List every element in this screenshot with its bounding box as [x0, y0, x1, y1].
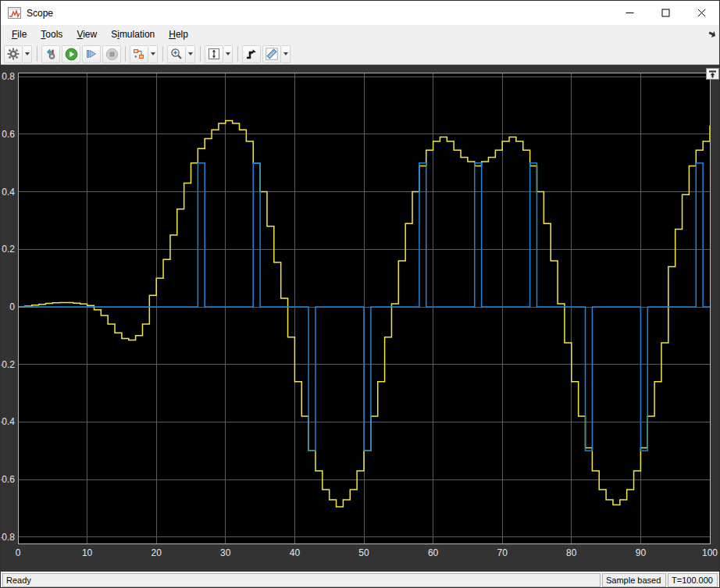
y-tick-label: -0.4: [1, 416, 15, 427]
menu-tools[interactable]: Tools: [34, 26, 70, 43]
step-forward-icon: [85, 48, 98, 60]
zoom-in-icon: [170, 48, 183, 60]
autoscale-dropdown[interactable]: [224, 45, 233, 63]
x-tick-label: 70: [497, 547, 508, 558]
scope-canvas: 01020304050607080901000.80.60.40.20-0.2-…: [1, 65, 720, 572]
scope-window: Scope FileToolsViewSimulationHelp: [0, 0, 720, 588]
y-tick-label: 0.4: [2, 187, 15, 198]
titlebar: Scope: [1, 1, 719, 25]
menu-file[interactable]: File: [5, 26, 34, 43]
menu-view[interactable]: View: [70, 26, 104, 43]
menu-help[interactable]: Help: [162, 26, 195, 43]
window-title: Scope: [27, 8, 53, 19]
y-tick-label: 0.2: [2, 244, 15, 255]
chevron-down-icon: [283, 52, 288, 55]
measurements-button[interactable]: [262, 45, 281, 63]
measurements-dropdown[interactable]: [282, 45, 290, 63]
x-tick-label: 100: [702, 547, 718, 558]
simulink-snapshot-button[interactable]: [41, 45, 60, 63]
y-tick-label: -0.2: [1, 359, 15, 370]
highlight-block-button[interactable]: [130, 45, 148, 63]
status-sim-time: T=100.000: [668, 573, 718, 587]
zoom-dropdown[interactable]: [187, 45, 195, 63]
parameters-button[interactable]: [4, 45, 23, 63]
maximize-icon: [661, 9, 670, 17]
y-tick-label: -0.8: [1, 532, 15, 543]
gear-icon: [7, 48, 20, 60]
trigger-step-icon: [245, 48, 258, 60]
close-icon: [697, 9, 706, 17]
close-button[interactable]: [683, 1, 719, 25]
menubar-items: FileToolsViewSimulationHelp: [5, 26, 195, 43]
y-tick-label: -0.6: [1, 474, 15, 485]
simulink-blocks-icon: [133, 48, 145, 60]
scope-app-icon: [8, 7, 21, 19]
x-tick-label: 40: [290, 547, 301, 558]
minimize-icon: [626, 9, 634, 17]
x-tick-label: 0: [16, 547, 21, 558]
ruler-icon: [266, 48, 278, 60]
y-tick-label: 0: [9, 301, 15, 312]
highlight-block-dropdown[interactable]: [149, 45, 158, 63]
chevron-down-icon: [226, 52, 230, 55]
x-tick-label: 80: [566, 547, 577, 558]
dock-button[interactable]: [706, 68, 719, 80]
run-icon: [65, 48, 78, 61]
status-sample-mode: Sample based: [602, 573, 666, 587]
x-tick-label: 10: [82, 547, 93, 558]
stop-button[interactable]: [102, 45, 121, 63]
toolbar-separator: [237, 46, 238, 62]
minimize-button[interactable]: [611, 1, 647, 25]
autoscale-button[interactable]: [205, 45, 223, 63]
chevron-down-icon: [188, 52, 193, 55]
x-tick-label: 20: [151, 547, 162, 558]
x-tick-label: 60: [428, 547, 439, 558]
x-tick-label: 30: [220, 547, 231, 558]
y-tick-label: 0.8: [2, 71, 15, 82]
step-forward-button[interactable]: [82, 45, 101, 63]
run-button[interactable]: [62, 45, 80, 63]
toolbar-separator: [162, 46, 163, 62]
statusbar: Ready Sample based T=100.000: [1, 572, 719, 588]
chevron-down-icon: [25, 52, 30, 55]
trigger-button[interactable]: [242, 45, 261, 63]
parameters-dropdown[interactable]: [23, 45, 32, 63]
toolbar-separator: [200, 46, 201, 62]
maximize-button[interactable]: [647, 1, 683, 25]
x-tick-label: 50: [358, 547, 369, 558]
scope-plot-area: 01020304050607080901000.80.60.40.20-0.2-…: [1, 65, 720, 572]
y-tick-label: 0.6: [2, 129, 15, 140]
chevron-down-icon: [151, 52, 155, 55]
simulink-snapshot-icon: [45, 48, 57, 60]
autoscale-icon: [208, 48, 220, 60]
x-tick-label: 90: [636, 547, 647, 558]
menu-simulation[interactable]: Simulation: [104, 26, 162, 43]
menubar: FileToolsViewSimulationHelp: [1, 25, 719, 44]
toolbar-separator: [125, 46, 126, 62]
toolbar: [1, 44, 719, 65]
dock-arrow-icon: [708, 70, 717, 78]
stop-icon: [105, 48, 119, 61]
menu-overflow-arrow[interactable]: [708, 29, 717, 38]
zoom-button[interactable]: [167, 45, 186, 63]
toolbar-separator: [37, 46, 37, 62]
status-ready: Ready: [2, 573, 601, 587]
